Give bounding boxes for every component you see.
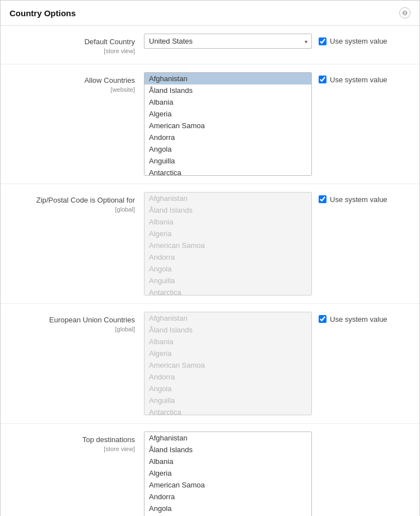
collapse-icon[interactable]: ⊖ (399, 7, 410, 18)
allow-countries-multiselect-container: Afghanistan Åland Islands Albania Algeri… (144, 72, 312, 176)
zip-optional-multiselect-container: Afghanistan Åland Islands Albania Algeri… (144, 192, 312, 295)
page-header: Country Options ⊖ (1, 1, 419, 26)
eu-countries-row: European Union Countries [global] Afghan… (1, 304, 419, 424)
eu-countries-checkbox[interactable] (319, 315, 326, 323)
default-country-checkbox[interactable] (319, 37, 326, 45)
allow-countries-row: Allow Countries [website] Afghanistan Ål… (1, 64, 419, 184)
allow-countries-checkbox[interactable] (319, 76, 326, 83)
allow-countries-system-value: Use system value (319, 72, 388, 84)
eu-countries-control: Afghanistan Åland Islands Albania Algeri… (144, 312, 410, 415)
zip-optional-system-value: Use system value (319, 192, 388, 204)
default-country-control: United States ▾ Use system value (144, 34, 410, 49)
allow-countries-control: Afghanistan Åland Islands Albania Algeri… (144, 72, 410, 176)
eu-countries-system-value: Use system value (319, 312, 388, 323)
default-country-label: Default Country [store view] (10, 34, 144, 56)
eu-countries-multiselect-container: Afghanistan Åland Islands Albania Algeri… (144, 312, 312, 415)
eu-countries-label: European Union Countries [global] (10, 312, 144, 334)
allow-countries-multiselect[interactable]: Afghanistan Åland Islands Albania Algeri… (144, 72, 312, 176)
allow-countries-label: Allow Countries [website] (10, 72, 144, 95)
top-destinations-control: Afghanistan Åland Islands Albania Algeri… (144, 431, 410, 516)
default-country-system-value: Use system value (319, 34, 388, 45)
top-destinations-row: Top destinations [store view] Afghanista… (1, 424, 419, 516)
top-destinations-multiselect[interactable]: Afghanistan Åland Islands Albania Algeri… (144, 431, 312, 516)
page-container: Country Options ⊖ Default Country [store… (0, 0, 420, 516)
top-destinations-multiselect-container: Afghanistan Åland Islands Albania Algeri… (144, 431, 312, 516)
content-area: Default Country [store view] United Stat… (1, 26, 419, 516)
default-country-select[interactable]: United States (144, 34, 312, 49)
zip-optional-control: Afghanistan Åland Islands Albania Algeri… (144, 192, 410, 295)
eu-countries-multiselect: Afghanistan Åland Islands Albania Algeri… (144, 312, 312, 415)
zip-optional-multiselect: Afghanistan Åland Islands Albania Algeri… (144, 192, 312, 295)
default-country-select-wrapper: United States ▾ (144, 34, 312, 49)
page-title: Country Options (10, 8, 76, 18)
zip-optional-label: Zip/Postal Code is Optional for [global] (10, 192, 144, 214)
zip-optional-row: Zip/Postal Code is Optional for [global]… (1, 184, 419, 304)
zip-optional-checkbox[interactable] (319, 195, 326, 203)
default-country-row: Default Country [store view] United Stat… (1, 26, 419, 64)
top-destinations-label: Top destinations [store view] (10, 431, 144, 454)
